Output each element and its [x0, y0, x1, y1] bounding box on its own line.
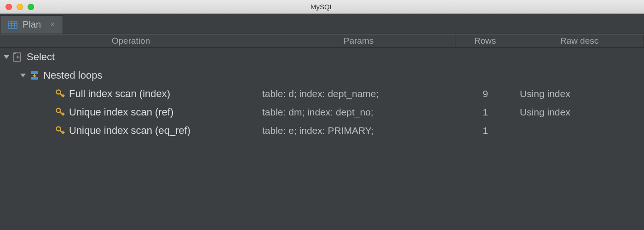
svg-rect-6	[31, 71, 38, 74]
header-raw[interactable]: Raw desc	[515, 34, 644, 47]
cell-params: table: d; index: dept_name;	[262, 88, 455, 99]
cell-raw: Using index	[515, 88, 644, 99]
nested-loops-icon	[29, 70, 40, 80]
close-tab-icon[interactable]: ×	[50, 20, 55, 29]
grid-icon	[8, 20, 18, 30]
tree-leaf[interactable]: Unique index scan (ref) table: dm; index…	[0, 103, 644, 121]
header-operation[interactable]: Operation	[0, 34, 262, 47]
cell-params: table: dm; index: dept_no;	[262, 107, 455, 118]
tab-label: Plan	[23, 19, 41, 30]
cell-rows: 1	[455, 107, 515, 118]
header-params[interactable]: Params	[262, 34, 455, 47]
key-icon	[55, 89, 65, 99]
plan-tree: Select Nested loops Full index scan (ind…	[0, 48, 644, 140]
tree-leaf[interactable]: Full index scan (index) table: d; index:…	[0, 85, 644, 103]
tab-plan[interactable]: Plan ×	[0, 15, 63, 34]
minimize-icon[interactable]	[17, 4, 23, 10]
window-title: MySQL	[0, 3, 644, 11]
tree-leaf[interactable]: Unique index scan (eq_ref) table: e; ind…	[0, 121, 644, 140]
node-label: Unique index scan (ref)	[69, 106, 173, 118]
tab-bar: Plan ×	[0, 14, 644, 34]
cell-rows: 1	[455, 125, 515, 136]
chevron-down-icon[interactable]	[20, 74, 26, 77]
node-label: Full index scan (index)	[69, 88, 170, 100]
key-icon	[55, 126, 65, 136]
cell-raw: Using index	[515, 107, 644, 118]
key-icon	[55, 107, 65, 117]
window-controls	[6, 4, 34, 10]
node-label: Unique index scan (eq_ref)	[69, 125, 190, 137]
header-rows[interactable]: Rows	[455, 34, 515, 47]
svg-rect-0	[9, 21, 17, 29]
node-label: Select	[27, 51, 55, 63]
column-headers: Operation Params Rows Raw desc	[0, 34, 644, 48]
close-icon[interactable]	[6, 4, 12, 10]
titlebar: MySQL	[0, 0, 644, 14]
tree-node-select[interactable]: Select	[0, 48, 644, 66]
select-icon	[13, 52, 23, 62]
tree-node-nested-loops[interactable]: Nested loops	[0, 66, 644, 85]
chevron-down-icon[interactable]	[4, 55, 9, 59]
node-label: Nested loops	[43, 69, 102, 81]
cell-rows: 9	[455, 88, 515, 99]
cell-params: table: e; index: PRIMARY;	[262, 125, 455, 136]
maximize-icon[interactable]	[28, 4, 34, 10]
